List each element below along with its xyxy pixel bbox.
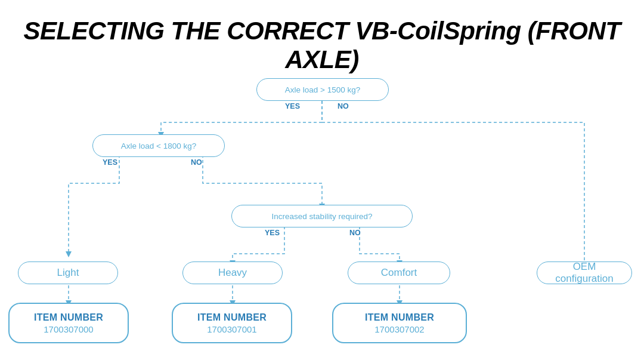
question1-text: Axle load > 1500 kg?	[285, 85, 360, 94]
q3-no-label: NO	[349, 229, 361, 237]
result-comfort-text: Comfort	[381, 267, 417, 279]
result-oem-text: OEM configuration	[549, 261, 620, 285]
item2-number: 1700307001	[207, 324, 256, 334]
item1-number: 1700307000	[44, 324, 93, 334]
page-title: SELECTING THE CORRECT VB-CoilSpring (FRO…	[0, 0, 644, 74]
result-heavy-text: Heavy	[218, 267, 247, 279]
result-oem-box: OEM configuration	[537, 262, 632, 284]
question2-text: Axle load < 1800 kg?	[121, 141, 196, 150]
question3-text: Increased stability required?	[272, 212, 373, 221]
item3-number: 1700307002	[374, 324, 424, 334]
item3-box: ITEM NUMBER 1700307002	[332, 303, 467, 343]
item1-box: ITEM NUMBER 1700307000	[8, 303, 129, 343]
result-heavy-box: Heavy	[182, 262, 283, 284]
result-light-box: Light	[18, 262, 118, 284]
q2-yes-label: YES	[103, 158, 117, 167]
q2-no-label: NO	[191, 158, 202, 167]
q1-no-label: NO	[338, 102, 349, 110]
diagram-area: Axle load > 1500 kg? YES NO Axle load < …	[0, 69, 644, 363]
item1-label: ITEM NUMBER	[34, 312, 103, 323]
item2-box: ITEM NUMBER 1700307001	[172, 303, 292, 343]
question2-box: Axle load < 1800 kg?	[92, 134, 225, 157]
q3-yes-label: YES	[265, 229, 280, 237]
q1-yes-label: YES	[285, 102, 300, 110]
question3-box: Increased stability required?	[231, 205, 413, 227]
result-comfort-box: Comfort	[348, 262, 450, 284]
question1-box: Axle load > 1500 kg?	[256, 78, 389, 101]
result-light-text: Light	[57, 267, 79, 279]
item3-label: ITEM NUMBER	[365, 312, 434, 323]
item2-label: ITEM NUMBER	[197, 312, 267, 323]
